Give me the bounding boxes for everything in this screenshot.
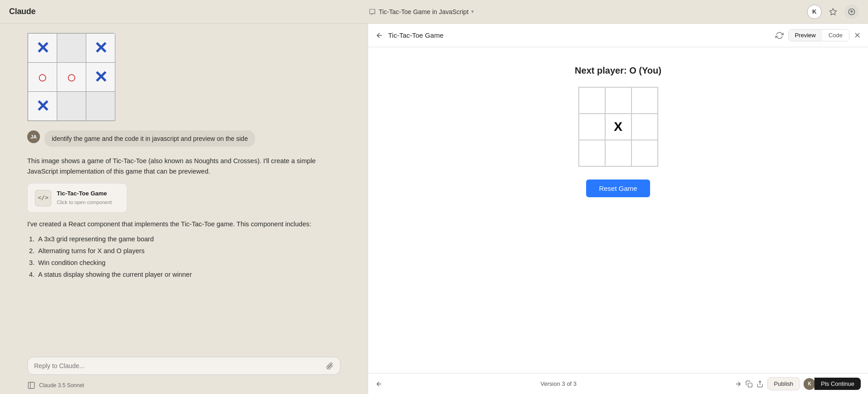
copy-button[interactable] bbox=[745, 380, 753, 388]
project-title: Tic-Tac-Toe Game in JavaScript bbox=[379, 8, 469, 15]
preview-cell-7 bbox=[57, 92, 86, 121]
share-button[interactable] bbox=[756, 380, 764, 388]
board-cell-0-0[interactable] bbox=[579, 88, 606, 114]
sidebar-icon bbox=[27, 381, 35, 389]
board-cell-1-0[interactable] bbox=[579, 114, 606, 140]
board-cell-2-0[interactable] bbox=[579, 140, 606, 167]
bottom-bar: Claude 3.5 Sonnet bbox=[0, 379, 368, 394]
component-code-icon: </> bbox=[35, 190, 51, 206]
component-card[interactable]: </> Tic-Tac-Toe Game Click to open compo… bbox=[27, 183, 127, 212]
component-info: Tic-Tac-Toe Game Click to open component bbox=[57, 189, 112, 206]
tab-code[interactable]: Code bbox=[822, 30, 849, 41]
board-cell-2-2[interactable] bbox=[632, 140, 658, 167]
copy-icon bbox=[745, 380, 753, 388]
panel-header: Tic-Tac-Toe Game Preview Code ✕ bbox=[368, 24, 868, 47]
next-arrow-icon bbox=[735, 380, 742, 388]
ttt-board[interactable]: X bbox=[578, 87, 658, 167]
chat-input[interactable] bbox=[34, 362, 322, 369]
preview-cell-5: ✕ bbox=[86, 63, 115, 92]
share-icon bbox=[756, 380, 764, 388]
preview-content: Next player: O (You) X Reset Game bbox=[368, 47, 868, 373]
preview-cell-8 bbox=[86, 92, 115, 121]
board-cell-1-2[interactable] bbox=[632, 114, 658, 140]
favorites-btn[interactable] bbox=[827, 6, 839, 18]
component-name: Tic-Tac-Toe Game bbox=[57, 189, 112, 199]
response-outro: I've created a React component that impl… bbox=[27, 219, 340, 229]
chevron-icon: ▾ bbox=[471, 9, 474, 15]
game-status: Next player: O (You) bbox=[575, 65, 661, 76]
preview-cell-1 bbox=[57, 34, 86, 63]
list-item-3: Win condition checking bbox=[36, 257, 340, 269]
version-label: Version 3 of 3 bbox=[386, 380, 731, 387]
chat-input-area bbox=[0, 351, 368, 379]
svg-rect-2 bbox=[28, 382, 35, 389]
board-cell-1-1[interactable]: X bbox=[606, 114, 632, 140]
board-cell-0-1[interactable] bbox=[606, 88, 632, 114]
component-hint: Click to open component bbox=[57, 199, 112, 207]
response-intro: This image shows a game of Tic-Tac-Toe (… bbox=[27, 156, 340, 177]
panel-tab-group: Preview Code bbox=[788, 29, 849, 41]
preview-cell-3: ○ bbox=[28, 63, 57, 92]
prev-arrow-icon bbox=[375, 380, 383, 388]
bottom-left: Claude 3.5 Sonnet bbox=[27, 381, 84, 389]
ttt-preview-image: ✕ ✕ ○ ○ ✕ ✕ bbox=[28, 33, 114, 121]
chat-area: ✕ ✕ ○ ○ ✕ ✕ JA identify the game and the… bbox=[0, 24, 368, 351]
svg-marker-0 bbox=[830, 8, 837, 15]
publish-button[interactable]: Publish bbox=[767, 377, 800, 390]
refresh-icon bbox=[775, 31, 784, 40]
topbar-right: K bbox=[807, 5, 859, 19]
chat-input-box bbox=[27, 357, 340, 375]
panel-close-button[interactable]: ✕ bbox=[854, 30, 861, 40]
right-panel: Tic-Tac-Toe Game Preview Code ✕ Next pla… bbox=[368, 24, 868, 394]
board-cell-0-2[interactable] bbox=[632, 88, 658, 114]
response-list: A 3x3 grid representing the game board A… bbox=[27, 233, 340, 280]
panel-title: Tic-Tac-Toe Game bbox=[388, 31, 771, 39]
preview-cell-6: ✕ bbox=[28, 92, 57, 121]
topbar: Claude Tic-Tac-Toe Game in JavaScript ▾ … bbox=[0, 0, 868, 24]
svg-rect-4 bbox=[748, 383, 752, 387]
panel-back-button[interactable] bbox=[375, 31, 384, 40]
footer-right: Publish K Pls Continue bbox=[745, 377, 861, 390]
tab-preview[interactable]: Preview bbox=[789, 30, 822, 41]
preview-cell-4: ○ bbox=[57, 63, 86, 92]
user-message-bubble: identify the game and the code it in jav… bbox=[44, 130, 255, 147]
project-title-area[interactable]: Tic-Tac-Toe Game in JavaScript ▾ bbox=[369, 8, 474, 15]
preview-cell-0: ✕ bbox=[28, 34, 57, 63]
user-avatar: JA bbox=[27, 130, 40, 143]
prev-version-button[interactable] bbox=[375, 380, 383, 388]
pls-continue-button[interactable]: Pls Continue bbox=[814, 378, 861, 390]
claude-response: This image shows a game of Tic-Tac-Toe (… bbox=[27, 156, 340, 280]
game-image-preview: ✕ ✕ ○ ○ ✕ ✕ bbox=[27, 33, 114, 121]
publish-icon bbox=[848, 8, 855, 15]
user-avatar-btn[interactable]: K bbox=[807, 5, 822, 19]
attach-button[interactable] bbox=[326, 362, 334, 370]
pls-continue-label: Pls Continue bbox=[821, 380, 854, 387]
list-item-4: A status display showing the current pla… bbox=[36, 269, 340, 280]
board-cell-2-1[interactable] bbox=[606, 140, 632, 167]
main-layout: ✕ ✕ ○ ○ ✕ ✕ JA identify the game and the… bbox=[0, 24, 868, 394]
pls-continue-avatar: K bbox=[804, 378, 815, 390]
user-message-row: JA identify the game and the code it in … bbox=[27, 130, 340, 147]
list-item-1: A 3x3 grid representing the game board bbox=[36, 233, 340, 245]
chat-icon bbox=[369, 8, 376, 15]
app-logo: Claude bbox=[9, 7, 35, 16]
model-label: Claude 3.5 Sonnet bbox=[39, 382, 84, 389]
star-icon bbox=[829, 8, 837, 16]
reset-game-button[interactable]: Reset Game bbox=[586, 180, 650, 197]
refresh-button[interactable] bbox=[775, 31, 784, 40]
paperclip-icon bbox=[326, 362, 334, 370]
list-item-2: Alternating turns for X and O players bbox=[36, 245, 340, 257]
back-arrow-icon bbox=[375, 31, 384, 40]
sidebar-toggle-btn[interactable] bbox=[27, 381, 35, 389]
next-version-button[interactable] bbox=[735, 380, 742, 388]
preview-cell-2: ✕ bbox=[86, 34, 115, 63]
panel-footer: Version 3 of 3 bbox=[368, 373, 868, 394]
left-panel: ✕ ✕ ○ ○ ✕ ✕ JA identify the game and the… bbox=[0, 24, 368, 394]
publish-icon-btn[interactable] bbox=[844, 5, 859, 19]
